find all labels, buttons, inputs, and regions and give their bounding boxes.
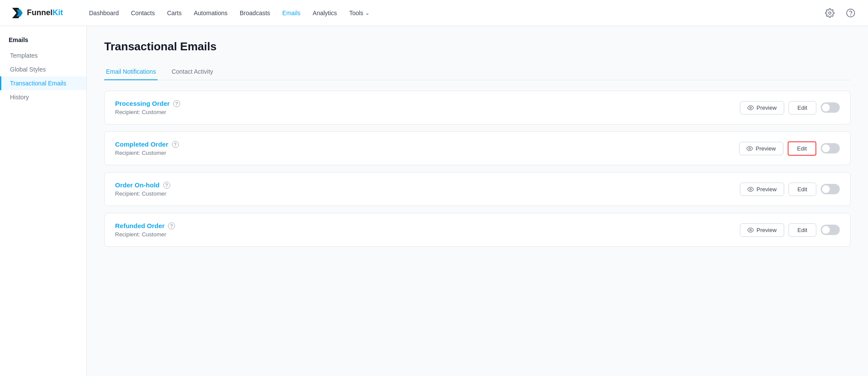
processing-order-toggle[interactable] xyxy=(821,102,840,113)
question-icon xyxy=(846,8,855,18)
main-content: Transactional Emails Email Notifications… xyxy=(87,26,868,376)
svg-point-8 xyxy=(750,229,752,231)
nav-link-analytics[interactable]: Analytics xyxy=(307,6,342,20)
order-on-hold-toggle[interactable] xyxy=(821,184,840,194)
svg-point-5 xyxy=(750,107,752,108)
nav-link-contacts[interactable]: Contacts xyxy=(126,6,160,20)
email-card-left: Completed Order ? Recipient: Customer xyxy=(115,141,179,156)
eye-icon xyxy=(747,227,754,233)
order-on-hold-edit-button[interactable]: Edit xyxy=(789,183,816,196)
email-card-order-on-hold: Order On-hold ? Recipient: Customer Prev… xyxy=(104,172,851,206)
sidebar-title: Emails xyxy=(0,36,86,49)
nav-right xyxy=(823,6,858,20)
nav-link-emails[interactable]: Emails xyxy=(277,6,306,20)
email-card-right: Preview Edit xyxy=(740,101,840,114)
refunded-order-title[interactable]: Refunded Order ? xyxy=(115,222,175,229)
nav-link-tools[interactable]: Tools ⌄ xyxy=(344,6,375,20)
tools-chevron-icon: ⌄ xyxy=(365,10,370,16)
email-card-refunded-order: Refunded Order ? Recipient: Customer Pre… xyxy=(104,213,851,247)
sidebar-item-global-styles[interactable]: Global Styles xyxy=(0,62,86,76)
completed-order-toggle[interactable] xyxy=(821,143,840,154)
tab-contact-activity[interactable]: Contact Activity xyxy=(170,64,215,80)
order-on-hold-recipient: Recipient: Customer xyxy=(115,190,170,197)
email-card-left: Processing Order ? Recipient: Customer xyxy=(115,100,180,115)
svg-point-6 xyxy=(749,147,751,149)
eye-icon xyxy=(747,186,754,193)
tab-email-notifications[interactable]: Email Notifications xyxy=(104,64,158,80)
layout: Emails Templates Global Styles Transacti… xyxy=(0,26,868,376)
nav-link-carts[interactable]: Carts xyxy=(162,6,187,20)
email-card-right: Preview Edit xyxy=(740,183,840,196)
completed-order-help-icon[interactable]: ? xyxy=(172,141,179,148)
order-on-hold-preview-button[interactable]: Preview xyxy=(740,183,784,196)
processing-order-help-icon[interactable]: ? xyxy=(173,100,180,107)
processing-order-recipient: Recipient: Customer xyxy=(115,109,180,115)
sidebar: Emails Templates Global Styles Transacti… xyxy=(0,26,87,376)
nav-link-dashboard[interactable]: Dashboard xyxy=(84,6,124,20)
sidebar-item-transactional-emails[interactable]: Transactional Emails xyxy=(0,76,86,90)
nav-link-automations[interactable]: Automations xyxy=(188,6,233,20)
logo[interactable]: FunnelKit xyxy=(10,6,63,20)
email-card-right: Preview Edit xyxy=(739,141,840,156)
sidebar-item-templates[interactable]: Templates xyxy=(0,49,86,62)
order-on-hold-title[interactable]: Order On-hold ? xyxy=(115,181,170,189)
top-navigation: FunnelKit Dashboard Contacts Carts Autom… xyxy=(0,0,868,26)
eye-icon xyxy=(746,145,753,152)
email-card-completed-order: Completed Order ? Recipient: Customer Pr… xyxy=(104,131,851,165)
order-on-hold-help-icon[interactable]: ? xyxy=(163,182,170,189)
svg-point-3 xyxy=(847,9,855,16)
email-card-right: Preview Edit xyxy=(740,223,840,237)
email-card-processing-order: Processing Order ? Recipient: Customer P… xyxy=(104,91,851,124)
refunded-order-edit-button[interactable]: Edit xyxy=(789,223,816,237)
completed-order-title[interactable]: Completed Order ? xyxy=(115,141,179,148)
tabs: Email Notifications Contact Activity xyxy=(104,64,851,80)
email-cards-list: Processing Order ? Recipient: Customer P… xyxy=(104,91,851,247)
refunded-order-preview-button[interactable]: Preview xyxy=(740,223,784,237)
nav-links: Dashboard Contacts Carts Automations Bro… xyxy=(84,6,809,20)
email-card-left: Order On-hold ? Recipient: Customer xyxy=(115,181,170,197)
processing-order-title[interactable]: Processing Order ? xyxy=(115,100,180,107)
email-card-left: Refunded Order ? Recipient: Customer xyxy=(115,222,175,238)
processing-order-edit-button[interactable]: Edit xyxy=(789,101,816,114)
logo-icon xyxy=(10,6,24,20)
completed-order-preview-button[interactable]: Preview xyxy=(739,142,783,155)
refunded-order-help-icon[interactable]: ? xyxy=(168,222,175,229)
refunded-order-toggle[interactable] xyxy=(821,225,840,235)
processing-order-preview-button[interactable]: Preview xyxy=(740,101,784,114)
completed-order-recipient: Recipient: Customer xyxy=(115,150,179,156)
svg-point-2 xyxy=(828,12,831,14)
svg-point-7 xyxy=(750,188,752,190)
sidebar-item-history[interactable]: History xyxy=(0,90,86,104)
refunded-order-recipient: Recipient: Customer xyxy=(115,231,175,238)
completed-order-edit-button[interactable]: Edit xyxy=(788,141,816,156)
nav-link-broadcasts[interactable]: Broadcasts xyxy=(234,6,275,20)
settings-button[interactable] xyxy=(823,6,837,20)
page-title: Transactional Emails xyxy=(104,40,851,53)
gear-icon xyxy=(825,8,835,18)
logo-text: FunnelKit xyxy=(27,8,63,17)
help-button[interactable] xyxy=(844,6,858,20)
eye-icon xyxy=(747,105,754,111)
